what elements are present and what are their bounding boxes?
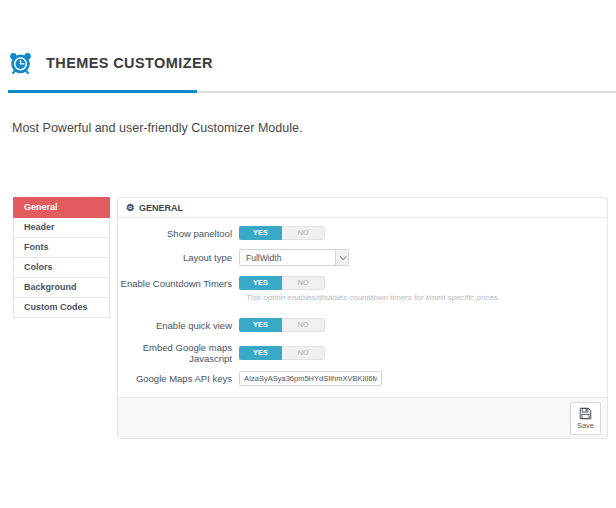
google-maps-js-toggle: YES NO xyxy=(239,346,325,360)
page-subtitle: Most Powerful and user-friendly Customiz… xyxy=(12,121,302,135)
toggle-yes-button[interactable]: YES xyxy=(239,318,282,332)
toggle-no-button[interactable]: NO xyxy=(282,276,325,290)
panel-body: Show paneltool YES NO Layout type FullWi… xyxy=(118,218,607,397)
sidebar-item-custom-codes[interactable]: Custom Codes xyxy=(13,297,110,318)
row-google-maps-js: Embed Google maps Javascript YES NO xyxy=(118,342,607,364)
alarm-clock-icon xyxy=(8,50,33,76)
toggle-no-button[interactable]: NO xyxy=(282,318,325,332)
field-label: Show paneltool xyxy=(118,228,239,239)
chevron-down-icon xyxy=(335,250,348,265)
general-settings-panel: ⚙ GENERAL Show paneltool YES NO Layout t… xyxy=(117,197,608,439)
save-button-label: Save xyxy=(577,421,594,430)
layout-type-select[interactable]: FullWidth xyxy=(239,249,349,266)
row-layout-type: Layout type FullWidth xyxy=(118,249,607,266)
countdown-help-text: This option enables/disables countdown t… xyxy=(246,293,607,302)
toggle-no-button[interactable]: NO xyxy=(282,346,325,360)
gear-icon: ⚙ xyxy=(126,203,135,213)
save-button[interactable]: Save xyxy=(570,402,601,435)
google-maps-api-key-input[interactable] xyxy=(239,371,382,386)
row-countdown-timers: Enable Countdown Timers YES NO xyxy=(118,276,607,290)
select-value: FullWidth xyxy=(240,253,281,263)
sidebar-item-general[interactable]: General xyxy=(13,197,110,218)
quick-view-toggle: YES NO xyxy=(239,318,325,332)
row-google-maps-api-keys: Google Maps API keys xyxy=(118,371,607,386)
panel-header: ⚙ GENERAL xyxy=(118,198,607,218)
sidebar-item-colors[interactable]: Colors xyxy=(13,257,110,278)
field-label: Enable Countdown Timers xyxy=(118,278,239,289)
countdown-timers-toggle: YES NO xyxy=(239,276,325,290)
page-header: THEMES CUSTOMIZER xyxy=(8,50,213,76)
field-label: Layout type xyxy=(118,252,239,263)
divider-line xyxy=(197,91,616,93)
toggle-yes-button[interactable]: YES xyxy=(239,346,282,360)
panel-footer: Save xyxy=(118,397,607,438)
toggle-yes-button[interactable]: YES xyxy=(239,276,282,290)
page-title: THEMES CUSTOMIZER xyxy=(46,55,213,71)
row-quick-view: Enable quick view YES NO xyxy=(118,318,607,332)
field-label: Google Maps API keys xyxy=(118,373,239,384)
customizer-content: General Header Fonts Colors Background C… xyxy=(13,197,608,439)
toggle-no-button[interactable]: NO xyxy=(282,226,325,240)
panel-header-title: GENERAL xyxy=(139,203,183,213)
sidebar-item-background[interactable]: Background xyxy=(13,277,110,298)
settings-sidebar: General Header Fonts Colors Background C… xyxy=(13,197,110,318)
themes-customizer-page: THEMES CUSTOMIZER Most Powerful and user… xyxy=(0,0,616,508)
row-show-paneltool: Show paneltool YES NO xyxy=(118,226,607,240)
field-label: Embed Google maps Javascript xyxy=(118,342,239,364)
accent-divider xyxy=(8,90,197,93)
sidebar-item-header[interactable]: Header xyxy=(13,217,110,238)
toggle-yes-button[interactable]: YES xyxy=(239,226,282,240)
field-label: Enable quick view xyxy=(118,320,239,331)
show-paneltool-toggle: YES NO xyxy=(239,226,325,240)
sidebar-item-fonts[interactable]: Fonts xyxy=(13,237,110,258)
floppy-disk-icon xyxy=(579,407,592,420)
